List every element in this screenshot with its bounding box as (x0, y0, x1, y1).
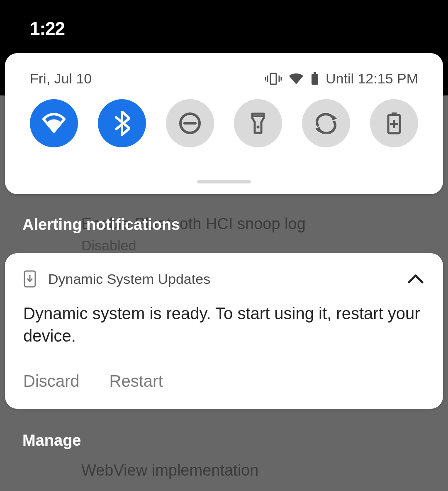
svg-rect-0 (270, 73, 276, 84)
quick-settings-header: Fri, Jul 10 (30, 53, 418, 87)
svg-rect-6 (314, 72, 316, 74)
wifi-icon (42, 113, 66, 133)
vibrate-icon (265, 73, 282, 85)
collapse-chevron-icon[interactable] (407, 270, 425, 288)
notification-actions: Discard Restart (23, 372, 425, 391)
battery-until-label: Until 12:15 PM (326, 71, 418, 87)
status-bar-time: 1:22 (30, 18, 65, 39)
svg-point-10 (257, 126, 260, 129)
battery-saver-icon (387, 112, 402, 135)
quick-settings-tiles (30, 99, 418, 147)
notification-header: Dynamic System Updates (23, 270, 425, 288)
notification-app-name: Dynamic System Updates (48, 271, 395, 287)
notification-body: Dynamic system is ready. To start using … (23, 302, 425, 347)
battery-status-icon (311, 72, 319, 85)
qs-tile-flashlight[interactable] (234, 99, 282, 147)
notification-card[interactable]: Dynamic System Updates Dynamic system is… (5, 253, 443, 409)
quick-settings-date: Fri, Jul 10 (30, 71, 92, 87)
qs-tile-wifi[interactable] (30, 99, 78, 147)
manage-notifications-button[interactable]: Manage (22, 432, 81, 449)
auto-rotate-icon (314, 113, 338, 134)
do-not-disturb-icon (178, 111, 202, 135)
flashlight-icon (250, 111, 266, 135)
svg-rect-5 (312, 74, 318, 85)
system-update-icon (23, 270, 37, 288)
qs-tile-bluetooth[interactable] (98, 99, 146, 147)
status-icons: Until 12:15 PM (265, 71, 418, 87)
qs-tile-battery-saver[interactable] (370, 99, 418, 147)
quick-settings-panel[interactable]: Fri, Jul 10 (5, 53, 443, 194)
expand-handle[interactable] (197, 180, 251, 183)
qs-tile-auto-rotate[interactable] (302, 99, 350, 147)
svg-rect-14 (392, 112, 397, 115)
qs-tile-do-not-disturb[interactable] (166, 99, 214, 147)
discard-button[interactable]: Discard (23, 372, 80, 391)
bluetooth-icon (114, 111, 130, 136)
notifications-section-header: Alerting notifications (22, 216, 180, 234)
wifi-status-icon (288, 73, 304, 85)
restart-button[interactable]: Restart (110, 372, 163, 391)
